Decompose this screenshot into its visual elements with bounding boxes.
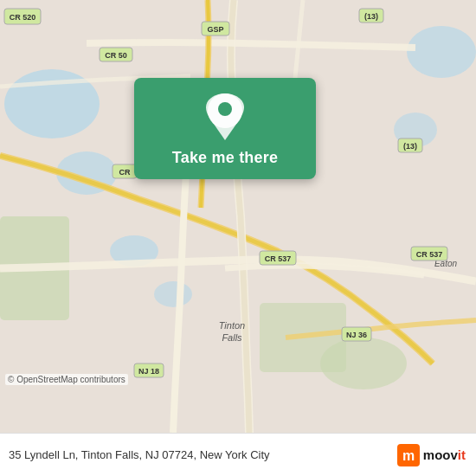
svg-point-34 xyxy=(218,102,232,116)
svg-text:Tinton: Tinton xyxy=(219,320,245,331)
map-background: CR 520 CR 50 GSP (13) (13) CR CR 537 NJ … xyxy=(0,0,476,433)
svg-text:Falls: Falls xyxy=(222,332,242,343)
svg-text:CR 537: CR 537 xyxy=(416,250,443,259)
address-label: 35 Lyndell Ln, Tinton Falls, NJ 07724, N… xyxy=(9,448,397,461)
svg-point-5 xyxy=(407,26,476,78)
svg-point-9 xyxy=(320,338,407,389)
action-card[interactable]: Take me there xyxy=(134,78,316,179)
svg-text:(13): (13) xyxy=(403,142,417,151)
svg-text:CR 50: CR 50 xyxy=(105,51,127,60)
location-pin-icon xyxy=(206,93,244,140)
svg-text:NJ 36: NJ 36 xyxy=(346,331,367,339)
svg-text:CR 537: CR 537 xyxy=(265,254,292,263)
moovit-logo: m moovit xyxy=(397,444,466,466)
map-container: CR 520 CR 50 GSP (13) (13) CR CR 537 NJ … xyxy=(0,0,476,433)
map-copyright: © OpenStreetMap contributors xyxy=(5,374,128,385)
moovit-text: moovit xyxy=(423,447,466,462)
svg-text:GSP: GSP xyxy=(207,25,223,34)
take-me-there-button[interactable]: Take me there xyxy=(172,149,278,167)
bottom-bar: 35 Lyndell Ln, Tinton Falls, NJ 07724, N… xyxy=(0,433,476,476)
svg-text:m: m xyxy=(402,448,415,463)
svg-text:CR: CR xyxy=(119,168,131,177)
svg-point-4 xyxy=(154,281,192,307)
svg-text:CR 520: CR 520 xyxy=(10,13,36,22)
svg-text:(13): (13) xyxy=(364,12,378,21)
moovit-logo-icon: m xyxy=(397,444,420,466)
svg-text:NJ 18: NJ 18 xyxy=(138,367,159,376)
